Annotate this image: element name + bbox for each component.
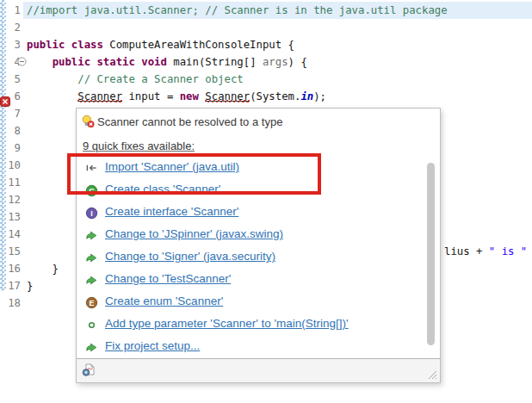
svg-text:C: C	[89, 187, 95, 195]
line-number[interactable]: 11	[0, 174, 21, 191]
enum-icon: E	[85, 296, 99, 310]
quick-fix-link[interactable]: Change to 'Signer' (java.security)	[105, 250, 275, 263]
code-token: in	[300, 90, 313, 102]
code-token: args	[263, 56, 288, 68]
quick-fix-item[interactable]: Fix project setup...	[77, 337, 440, 359]
quick-fix-link[interactable]: Create interface 'Scanner'	[105, 205, 238, 218]
code-line-1[interactable]: 1//import java.util.Scanner; // Scanner …	[0, 2, 532, 19]
svg-text:E: E	[90, 299, 95, 307]
code-text: //import java.util.Scanner; // Scanner i…	[27, 2, 448, 19]
line-number[interactable]: 15	[0, 243, 21, 260]
line-number[interactable]: 8	[0, 122, 21, 140]
quick-fix-item[interactable]: Change to 'JSpinner' (javax.swing)	[77, 225, 440, 247]
quick-fix-link[interactable]: Add type parameter 'Scanner' to 'main(St…	[105, 317, 349, 330]
code-token: main(String[]	[173, 56, 263, 68]
quick-fix-item[interactable]: ICreate interface 'Scanner'	[77, 202, 440, 225]
typeparam-icon	[85, 319, 99, 332]
popup-title: Scanner cannot be resolved to a type	[97, 115, 282, 128]
code-line-15-fragment: lius + " is " +	[444, 243, 532, 260]
change-icon	[85, 274, 99, 288]
code-token: }	[27, 280, 33, 292]
line-number[interactable]: 14	[0, 226, 21, 243]
quick-fix-link[interactable]: Change to 'TestScanner'	[105, 272, 231, 285]
quick-fix-popup: Scanner cannot be resolved to a type 9 q…	[76, 108, 441, 383]
quick-fix-item[interactable]: Change to 'TestScanner'	[77, 270, 440, 292]
code-token: +	[527, 245, 532, 257]
code-line-2[interactable]: 2	[0, 19, 532, 36]
svg-text:I: I	[90, 209, 92, 218]
code-token: new	[180, 90, 206, 102]
quick-fix-link[interactable]: Create class 'Scanner'	[105, 183, 220, 195]
annotation-preferences-icon[interactable]	[82, 363, 96, 376]
line-number[interactable]: 18	[0, 294, 21, 312]
code-token: ComputeAreaWithConsoleInput {	[109, 39, 294, 51]
change-icon	[85, 341, 99, 355]
code-token: (System.	[250, 90, 300, 102]
code-token: input =	[122, 90, 180, 102]
line-number[interactable]: 2	[0, 19, 21, 36]
code-text: }	[27, 277, 33, 294]
line-number[interactable]: 1	[0, 2, 21, 19]
code-token: //import java.util.Scanner; // Scanner i…	[27, 4, 448, 16]
code-line-4[interactable]: 4 public static void main(String[] args)…	[0, 53, 532, 71]
quick-fix-list: Import 'Scanner' (java.util)CCreate clas…	[77, 158, 440, 359]
popup-header: Scanner cannot be resolved to a type	[81, 114, 282, 129]
line-number[interactable]: 17	[0, 277, 21, 294]
code-token: lius +	[444, 245, 489, 257]
line-number[interactable]: 9	[0, 140, 21, 157]
change-icon	[85, 229, 99, 243]
line-number[interactable]: 13	[0, 208, 21, 226]
code-text: // Create a Scanner object	[27, 71, 244, 88]
error-bulb-icon	[81, 115, 95, 128]
line-number[interactable]: 3	[0, 36, 21, 53]
quick-fix-item[interactable]: ECreate enum 'Scanner'	[77, 292, 440, 314]
resize-grip[interactable]	[426, 369, 437, 380]
code-text: }	[27, 260, 59, 277]
quick-fix-link[interactable]: Fix project setup...	[105, 339, 200, 352]
code-token: Scanner	[205, 90, 250, 102]
code-line-3[interactable]: 3public class ComputeAreaWithConsoleInpu…	[0, 36, 532, 53]
code-token: public static void	[53, 56, 174, 68]
code-token: }	[27, 263, 59, 275]
quick-fix-item[interactable]: CCreate class 'Scanner'	[77, 180, 440, 202]
code-token: public class	[27, 39, 109, 51]
quick-fix-link[interactable]: Import 'Scanner' (java.util)	[105, 160, 239, 173]
code-text: public static void main(String[] args) {	[27, 53, 307, 71]
line-number[interactable]: 16	[0, 260, 21, 277]
class-icon: C	[85, 184, 99, 198]
quick-fix-item[interactable]: Change to 'Signer' (java.security)	[77, 247, 440, 270]
code-text: Scanner input = new Scanner(System.in);	[27, 88, 326, 105]
popup-scrollbar-thumb[interactable]	[427, 163, 435, 345]
line-number[interactable]: 7	[0, 105, 21, 122]
fold-collapse-icon[interactable]	[17, 57, 27, 66]
line-number[interactable]: 12	[0, 191, 21, 208]
code-token	[27, 56, 53, 68]
code-token: );	[313, 90, 326, 102]
code-text: public class ComputeAreaWithConsoleInput…	[27, 36, 294, 53]
change-icon	[85, 251, 99, 265]
code-token	[27, 73, 77, 85]
interface-icon: I	[85, 207, 99, 220]
error-marker-icon[interactable]	[0, 96, 10, 107]
line-number[interactable]: 10	[0, 157, 21, 174]
code-line-6[interactable]: 6 Scanner input = new Scanner(System.in)…	[0, 88, 532, 105]
quick-fix-link[interactable]: Change to 'JSpinner' (javax.swing)	[105, 227, 283, 240]
code-token: // Create a Scanner object	[77, 73, 244, 85]
code-token	[27, 90, 77, 102]
quick-fix-item[interactable]: Add type parameter 'Scanner' to 'main(St…	[77, 314, 440, 337]
code-token: ) {	[288, 56, 307, 68]
code-token: " is "	[489, 245, 527, 257]
quick-fix-item[interactable]: Import 'Scanner' (java.util)	[77, 158, 440, 180]
line-number[interactable]: 5	[0, 71, 21, 88]
code-line-5[interactable]: 5 // Create a Scanner object	[0, 71, 532, 88]
code-token: Scanner	[77, 90, 122, 102]
popup-status-bar	[77, 359, 440, 382]
popup-subtitle: 9 quick fixes available:	[83, 140, 195, 152]
eclipse-editor: 1//import java.util.Scanner; // Scanner …	[0, 0, 532, 403]
import-icon	[85, 162, 99, 176]
quick-fix-link[interactable]: Create enum 'Scanner'	[105, 294, 223, 307]
